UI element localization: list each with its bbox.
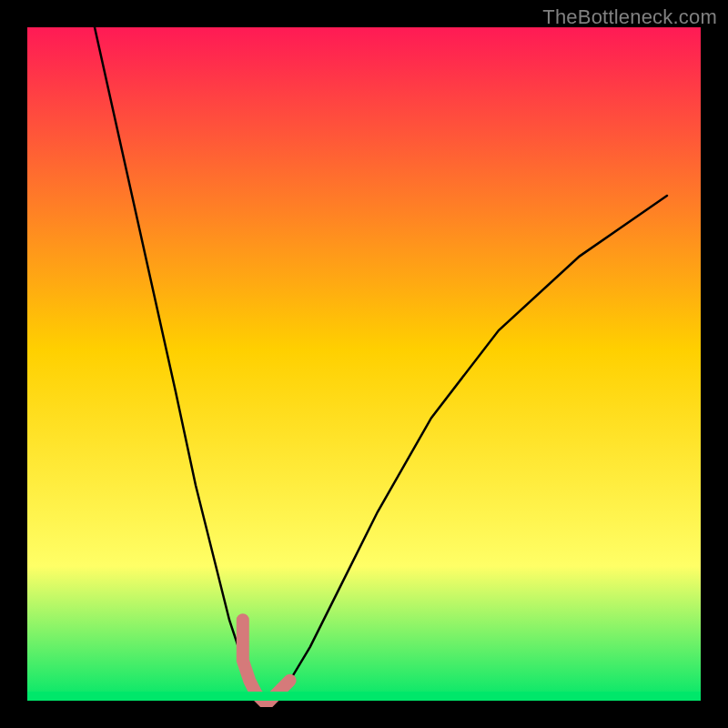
- baseline-strip: [27, 692, 701, 701]
- chart-svg: [0, 0, 728, 728]
- watermark-text: TheBottleneck.com: [542, 5, 717, 29]
- plot-background: [27, 27, 701, 701]
